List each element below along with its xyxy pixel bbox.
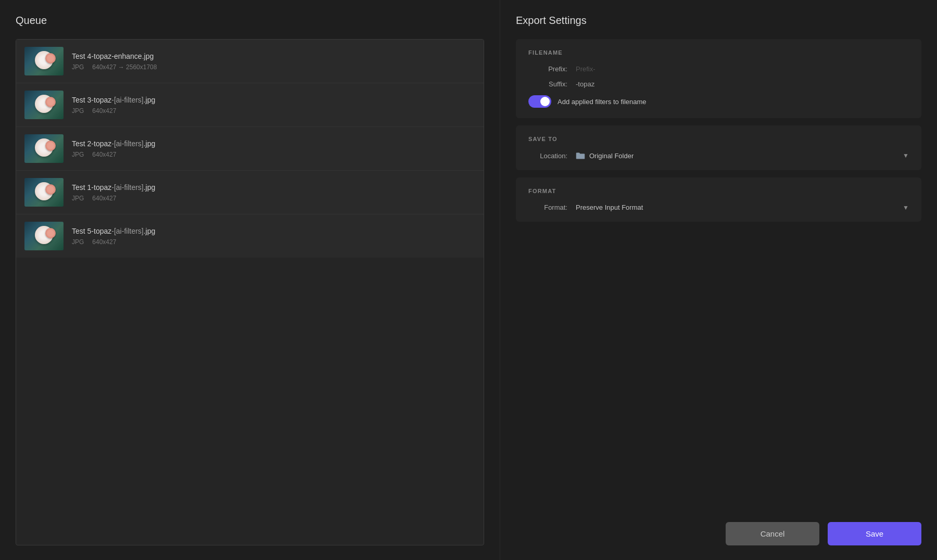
add-filters-toggle[interactable] (528, 95, 551, 108)
location-row: Location: Original Folder ▼ (528, 151, 909, 160)
cancel-button[interactable]: Cancel (726, 522, 819, 545)
save-to-section: SAVE TO Location: Original Folder ▼ (516, 125, 921, 170)
format-row: Format: Preserve Input Format ▼ (528, 203, 909, 211)
queue-item-name: Test 3-topaz-[ai-filters].jpg (72, 95, 475, 105)
item-format: JPG (72, 151, 84, 158)
item-format: JPG (72, 63, 84, 71)
filename-section: FILENAME Prefix: Suffix: Add applied fil… (516, 39, 921, 118)
queue-item-meta: JPG640x427 → 2560x1708 (72, 63, 475, 71)
settings-area: FILENAME Prefix: Suffix: Add applied fil… (516, 39, 921, 512)
queue-panel: Queue Test 4-topaz-enhance.jpgJPG640x427… (0, 0, 500, 560)
queue-list[interactable]: Test 4-topaz-enhance.jpgJPG640x427 → 256… (16, 39, 484, 545)
queue-item[interactable]: Test 1-topaz-[ai-filters].jpgJPG640x427 (16, 171, 484, 214)
queue-item-name: Test 2-topaz-[ai-filters].jpg (72, 139, 475, 148)
item-format: JPG (72, 238, 84, 246)
save-to-section-label: SAVE TO (528, 136, 909, 142)
queue-item-thumbnail (24, 91, 64, 119)
item-dims: 640x427 (92, 107, 116, 114)
filename-section-label: FILENAME (528, 49, 909, 56)
suffix-input[interactable] (576, 80, 909, 88)
location-value: Original Folder (589, 152, 898, 160)
queue-item-info: Test 1-topaz-[ai-filters].jpgJPG640x427 (72, 183, 475, 202)
format-label: Format: (528, 203, 567, 211)
queue-item[interactable]: Test 4-topaz-enhance.jpgJPG640x427 → 256… (16, 40, 484, 83)
add-filters-label: Add applied filters to filename (558, 98, 647, 106)
queue-item-name: Test 5-topaz-[ai-filters].jpg (72, 226, 475, 236)
item-dims: 640x427 (92, 195, 116, 202)
suffix-row: Suffix: (528, 80, 909, 88)
format-dropdown[interactable]: Preserve Input Format ▼ (576, 203, 909, 211)
queue-item-name: Test 4-topaz-enhance.jpg (72, 52, 475, 61)
item-format: JPG (72, 107, 84, 114)
item-dims: 640x427 (92, 151, 116, 158)
bottom-actions: Cancel Save (516, 512, 921, 545)
export-settings-title: Export Settings (516, 15, 921, 27)
queue-item-thumbnail (24, 178, 64, 207)
suffix-label: Suffix: (528, 80, 567, 88)
queue-item-info: Test 5-topaz-[ai-filters].jpgJPG640x427 (72, 226, 475, 246)
location-label: Location: (528, 152, 567, 160)
queue-item-name: Test 1-topaz-[ai-filters].jpg (72, 183, 475, 192)
export-panel: Export Settings FILENAME Prefix: Suffix:… (500, 0, 937, 560)
format-section: FORMAT Format: Preserve Input Format ▼ (516, 177, 921, 222)
queue-item[interactable]: Test 3-topaz-[ai-filters].jpgJPG640x427 (16, 83, 484, 127)
item-dims: 640x427 → 2560x1708 (92, 63, 157, 71)
format-dropdown-arrow: ▼ (903, 204, 909, 211)
prefix-row: Prefix: (528, 65, 909, 73)
queue-item-meta: JPG640x427 (72, 151, 475, 158)
item-dims: 640x427 (92, 238, 116, 246)
folder-icon (576, 151, 585, 160)
queue-item-thumbnail (24, 222, 64, 250)
queue-item-info: Test 3-topaz-[ai-filters].jpgJPG640x427 (72, 95, 475, 114)
location-dropdown[interactable]: Original Folder ▼ (576, 151, 909, 160)
queue-item-info: Test 2-topaz-[ai-filters].jpgJPG640x427 (72, 139, 475, 158)
queue-item-meta: JPG640x427 (72, 238, 475, 246)
queue-item-thumbnail (24, 134, 64, 163)
queue-item-thumbnail (24, 47, 64, 75)
queue-item[interactable]: Test 2-topaz-[ai-filters].jpgJPG640x427 (16, 127, 484, 171)
prefix-label: Prefix: (528, 65, 567, 73)
location-dropdown-arrow: ▼ (903, 152, 909, 159)
queue-item-info: Test 4-topaz-enhance.jpgJPG640x427 → 256… (72, 52, 475, 71)
queue-item[interactable]: Test 5-topaz-[ai-filters].jpgJPG640x427 (16, 214, 484, 258)
queue-item-meta: JPG640x427 (72, 107, 475, 114)
add-filters-toggle-row: Add applied filters to filename (528, 95, 909, 108)
queue-item-meta: JPG640x427 (72, 195, 475, 202)
item-format: JPG (72, 195, 84, 202)
save-button[interactable]: Save (828, 522, 921, 545)
queue-title: Queue (16, 15, 484, 27)
format-value: Preserve Input Format (576, 203, 898, 211)
prefix-input[interactable] (576, 65, 909, 73)
format-section-label: FORMAT (528, 188, 909, 194)
